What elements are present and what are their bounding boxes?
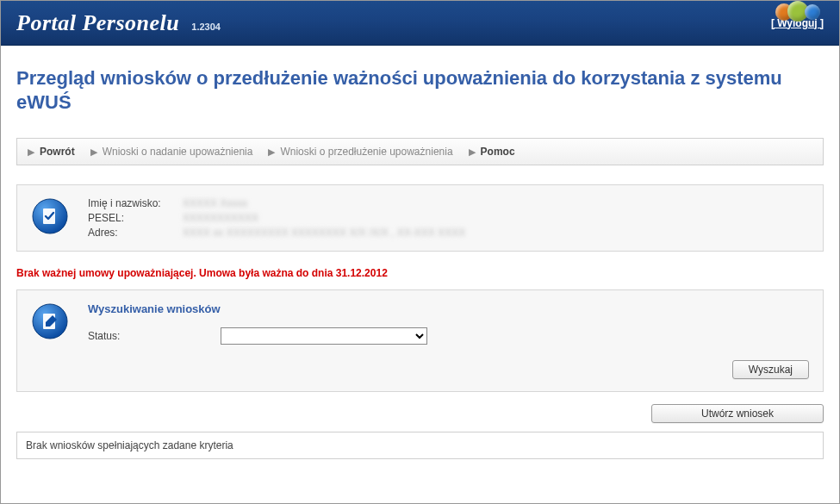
nav-help-label: Pomoc [481,146,515,158]
logo-icon [775,0,827,23]
name-label: Imię i nazwisko: [88,197,183,209]
nav-extend-requests[interactable]: ▶ Wnioski o przedłużenie upoważnienia [268,146,452,158]
results-empty-message: Brak wniosków spełniających zadane kryte… [16,432,824,459]
identity-panel: Imię i nazwisko: XXXXX Xxxxx PESEL: XXXX… [16,184,824,252]
contract-warning: Brak ważnej umowy upoważniającej. Umowa … [16,267,824,279]
document-check-icon [31,197,69,235]
nav-back-label: Powrót [40,146,75,158]
app-header: Portal Personelu 1.2304 [ Wyloguj ] [1,1,839,46]
address-value: XXXX xx XXXXXXXXX XXXXXXXX X/X /X/X , XX… [183,227,465,239]
status-select[interactable] [221,327,427,345]
arrow-right-icon: ▶ [90,146,97,158]
name-value: XXXXX Xxxxx [183,197,465,209]
arrow-right-icon: ▶ [268,146,275,158]
create-request-button[interactable]: Utwórz wniosek [651,404,824,423]
document-edit-icon [31,302,69,340]
address-label: Adres: [88,227,183,239]
nav-extend-label: Wnioski o przedłużenie upoważnienia [280,146,452,158]
breadcrumb-nav: ▶ Powrót ▶ Wnioski o nadanie upoważnieni… [16,138,824,165]
arrow-right-icon: ▶ [28,146,34,158]
nav-grant-requests[interactable]: ▶ Wnioski o nadanie upoważnienia [90,146,253,158]
pesel-label: PESEL: [88,212,183,224]
nav-back[interactable]: ▶ Powrót [28,146,75,158]
nav-grant-label: Wnioski o nadanie upoważnienia [103,146,253,158]
app-window: Portal Personelu 1.2304 [ Wyloguj ] Prze… [0,0,840,504]
page-title: Przegląd wniosków o przedłużenie ważnośc… [16,66,824,114]
pesel-value: XXXXXXXXXXX [183,212,465,224]
search-button[interactable]: Wyszukaj [732,360,809,379]
app-title: Portal Personelu [16,10,179,36]
nav-help[interactable]: ▶ Pomoc [469,146,515,158]
status-label: Status: [88,330,208,342]
arrow-right-icon: ▶ [469,146,476,158]
app-version: 1.2304 [191,22,221,32]
search-title: Wyszukiwanie wniosków [88,302,809,315]
search-panel: Wyszukiwanie wniosków Status: Wyszukaj [16,289,824,392]
